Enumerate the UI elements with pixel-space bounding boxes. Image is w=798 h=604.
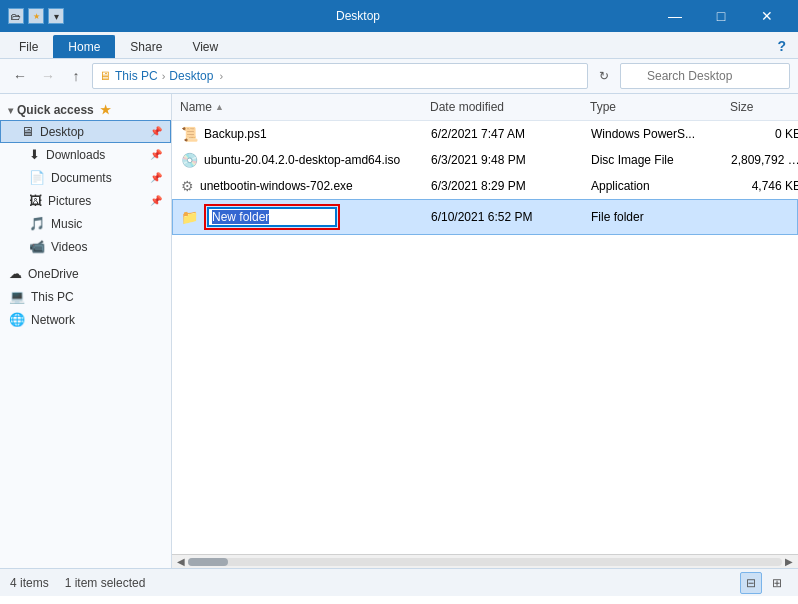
- large-icons-view-button[interactable]: ⊞: [766, 572, 788, 594]
- quick-access-header[interactable]: ▾ Quick access ★: [0, 100, 171, 120]
- file-name-1: ubuntu-20.04.2.0-desktop-amd64.iso: [204, 153, 400, 167]
- sidebar-item-desktop[interactable]: 🖥 Desktop 📌: [0, 120, 171, 143]
- horizontal-scrollbar[interactable]: ◀ ▶: [172, 554, 798, 568]
- close-button[interactable]: ✕: [744, 0, 790, 32]
- maximize-button[interactable]: □: [698, 0, 744, 32]
- back-button[interactable]: ←: [8, 64, 32, 88]
- file-name-cell-0: 📜 Backup.ps1: [173, 124, 423, 144]
- file-name-cell-1: 💿 ubuntu-20.04.2.0-desktop-amd64.iso: [173, 150, 423, 170]
- desktop-icon: 🖥: [21, 124, 34, 139]
- sidebar-item-documents[interactable]: 📄 Documents 📌: [0, 166, 171, 189]
- title-bar-icons: 🗁 ★ ▾: [8, 8, 64, 24]
- col-name-label: Name: [180, 100, 212, 114]
- rename-input[interactable]: [207, 207, 337, 227]
- table-row[interactable]: 📜 Backup.ps1 6/2/2021 7:47 AM Windows Po…: [172, 121, 798, 147]
- search-input[interactable]: [620, 63, 790, 89]
- tab-home[interactable]: Home: [53, 35, 115, 58]
- refresh-button[interactable]: ↻: [592, 64, 616, 88]
- hscroll-track[interactable]: [188, 558, 782, 566]
- thispc-icon: 💻: [9, 289, 25, 304]
- quick-access-section: ▾ Quick access ★ 🖥 Desktop 📌 ⬇ Downloads…: [0, 98, 171, 260]
- videos-icon: 📹: [29, 239, 45, 254]
- downloads-icon: ⬇: [29, 147, 40, 162]
- tab-share[interactable]: Share: [115, 35, 177, 58]
- sidebar-item-documents-label: Documents: [51, 171, 112, 185]
- pin-icon-documents: 📌: [150, 172, 162, 183]
- file-name-cell-2: ⚙ unetbootin-windows-702.exe: [173, 176, 423, 196]
- sidebar-item-network[interactable]: 🌐 Network: [0, 308, 171, 331]
- pictures-icon: 🖼: [29, 193, 42, 208]
- forward-button[interactable]: →: [36, 64, 60, 88]
- breadcrumb-desktop[interactable]: Desktop: [169, 69, 213, 83]
- file-date-cell-2: 6/3/2021 8:29 PM: [423, 177, 583, 195]
- file-type-cell-0: Windows PowerS...: [583, 125, 723, 143]
- up-button[interactable]: ↑: [64, 64, 88, 88]
- file-date-cell-0: 6/2/2021 7:47 AM: [423, 125, 583, 143]
- sidebar-item-network-label: Network: [31, 313, 75, 327]
- address-bar: ← → ↑ 🖥 This PC › Desktop › ↻ 🔍: [0, 59, 798, 94]
- selection-info: 1 item selected: [65, 576, 146, 590]
- col-sort-icon: ▲: [215, 102, 224, 112]
- file-date-cell-3: 6/10/2021 6:52 PM: [423, 208, 583, 226]
- quick-access-label: Quick access: [17, 103, 94, 117]
- col-type-label: Type: [590, 100, 616, 114]
- column-headers: Name ▲ Date modified Type Size: [172, 94, 798, 121]
- table-row[interactable]: 📁 6/10/2021 6:52 PM File folder: [172, 199, 798, 235]
- col-header-date[interactable]: Date modified: [422, 98, 582, 116]
- hscroll-right-btn[interactable]: ▶: [782, 555, 796, 569]
- file-icon-folder: 📁: [181, 209, 198, 225]
- hscroll-left-btn[interactable]: ◀: [174, 555, 188, 569]
- breadcrumb-dropdown-arrow[interactable]: ›: [219, 70, 223, 82]
- sidebar-item-music[interactable]: 🎵 Music: [0, 212, 171, 235]
- sidebar-item-onedrive[interactable]: ☁ OneDrive: [0, 262, 171, 285]
- file-size-cell-2: 4,746 KB: [723, 177, 798, 195]
- file-name-cell-3: 📁: [173, 202, 423, 232]
- breadcrumb-this-pc[interactable]: This PC: [115, 69, 158, 83]
- sidebar-item-videos-label: Videos: [51, 240, 87, 254]
- file-size-cell-3: [723, 215, 798, 219]
- pin-icon-downloads: 📌: [150, 149, 162, 160]
- dropdown-icon[interactable]: ▾: [48, 8, 64, 24]
- file-panel: Name ▲ Date modified Type Size 📜 Backup.…: [172, 94, 798, 568]
- minimize-button[interactable]: —: [652, 0, 698, 32]
- breadcrumb[interactable]: 🖥 This PC › Desktop ›: [92, 63, 588, 89]
- details-view-button[interactable]: ⊟: [740, 572, 762, 594]
- table-row[interactable]: 💿 ubuntu-20.04.2.0-desktop-amd64.iso 6/3…: [172, 147, 798, 173]
- col-header-size[interactable]: Size: [722, 98, 798, 116]
- ribbon: File Home Share View ?: [0, 32, 798, 59]
- col-date-label: Date modified: [430, 100, 504, 114]
- sidebar-item-pictures-label: Pictures: [48, 194, 91, 208]
- network-icon: 🌐: [9, 312, 25, 327]
- ribbon-tabs: File Home Share View ?: [0, 32, 798, 58]
- pin-icon-pictures: 📌: [150, 195, 162, 206]
- title-bar: 🗁 ★ ▾ Desktop — □ ✕: [0, 0, 798, 32]
- file-size-cell-1: 2,809,792 KB: [723, 151, 798, 169]
- file-size-cell-0: 0 KB: [723, 125, 798, 143]
- sidebar-item-downloads-label: Downloads: [46, 148, 105, 162]
- tab-file[interactable]: File: [4, 35, 53, 58]
- file-type-cell-2: Application: [583, 177, 723, 195]
- title-controls: — □ ✕: [652, 0, 790, 32]
- help-button[interactable]: ?: [769, 34, 794, 58]
- file-type-cell-3: File folder: [583, 208, 723, 226]
- tab-view[interactable]: View: [177, 35, 233, 58]
- breadcrumb-sep-1: ›: [162, 70, 166, 82]
- hscroll-thumb[interactable]: [188, 558, 228, 566]
- status-bar: 4 items 1 item selected ⊟ ⊞: [0, 568, 798, 596]
- main-layout: ▾ Quick access ★ 🖥 Desktop 📌 ⬇ Downloads…: [0, 94, 798, 568]
- file-name-0: Backup.ps1: [204, 127, 267, 141]
- col-header-name[interactable]: Name ▲: [172, 98, 422, 116]
- breadcrumb-folder-icon: 🖥: [99, 69, 111, 83]
- table-row[interactable]: ⚙ unetbootin-windows-702.exe 6/3/2021 8:…: [172, 173, 798, 199]
- sidebar-item-music-label: Music: [51, 217, 82, 231]
- rename-box: [204, 204, 340, 230]
- sidebar-item-thispc-label: This PC: [31, 290, 74, 304]
- file-list: 📜 Backup.ps1 6/2/2021 7:47 AM Windows Po…: [172, 121, 798, 554]
- item-count: 4 items: [10, 576, 49, 590]
- sidebar-item-downloads[interactable]: ⬇ Downloads 📌: [0, 143, 171, 166]
- sidebar-item-thispc[interactable]: 💻 This PC: [0, 285, 171, 308]
- sidebar-item-videos[interactable]: 📹 Videos: [0, 235, 171, 258]
- sidebar: ▾ Quick access ★ 🖥 Desktop 📌 ⬇ Downloads…: [0, 94, 172, 568]
- col-header-type[interactable]: Type: [582, 98, 722, 116]
- sidebar-item-pictures[interactable]: 🖼 Pictures 📌: [0, 189, 171, 212]
